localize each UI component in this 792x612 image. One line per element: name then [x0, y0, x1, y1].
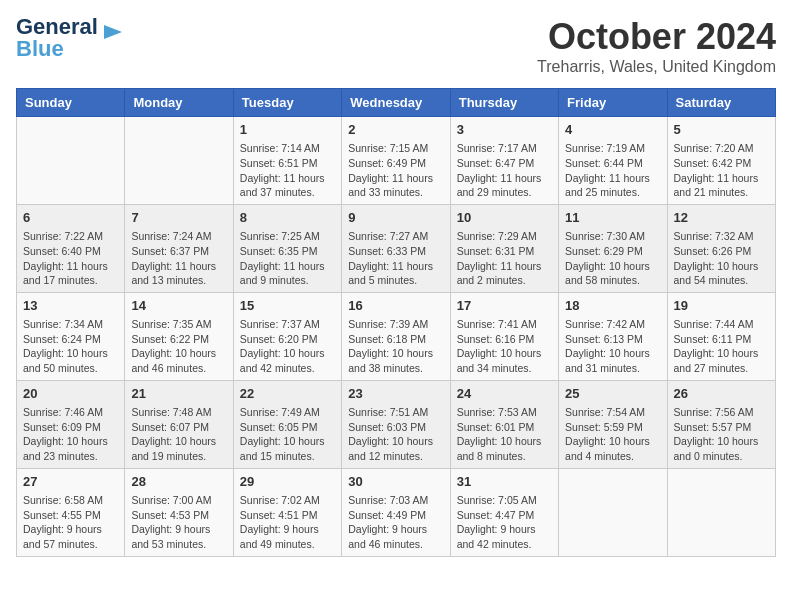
- day-number: 30: [348, 473, 443, 491]
- cell-content: Sunrise: 7:32 AM Sunset: 6:26 PM Dayligh…: [674, 229, 769, 288]
- cell-content: Sunrise: 7:02 AM Sunset: 4:51 PM Dayligh…: [240, 493, 335, 552]
- logo: GeneralBlue: [16, 16, 124, 60]
- logo-arrow-icon: [102, 21, 124, 43]
- calendar-cell: 27Sunrise: 6:58 AM Sunset: 4:55 PM Dayli…: [17, 468, 125, 556]
- cell-content: Sunrise: 7:49 AM Sunset: 6:05 PM Dayligh…: [240, 405, 335, 464]
- calendar-cell: 11Sunrise: 7:30 AM Sunset: 6:29 PM Dayli…: [559, 204, 667, 292]
- calendar-table: SundayMondayTuesdayWednesdayThursdayFrid…: [16, 88, 776, 557]
- calendar-cell: 23Sunrise: 7:51 AM Sunset: 6:03 PM Dayli…: [342, 380, 450, 468]
- day-number: 29: [240, 473, 335, 491]
- cell-content: Sunrise: 7:19 AM Sunset: 6:44 PM Dayligh…: [565, 141, 660, 200]
- cell-content: Sunrise: 7:48 AM Sunset: 6:07 PM Dayligh…: [131, 405, 226, 464]
- location: Treharris, Wales, United Kingdom: [537, 58, 776, 76]
- calendar-cell: 31Sunrise: 7:05 AM Sunset: 4:47 PM Dayli…: [450, 468, 558, 556]
- calendar-cell: 2Sunrise: 7:15 AM Sunset: 6:49 PM Daylig…: [342, 117, 450, 205]
- calendar-cell: 10Sunrise: 7:29 AM Sunset: 6:31 PM Dayli…: [450, 204, 558, 292]
- cell-content: Sunrise: 7:29 AM Sunset: 6:31 PM Dayligh…: [457, 229, 552, 288]
- calendar-cell: 4Sunrise: 7:19 AM Sunset: 6:44 PM Daylig…: [559, 117, 667, 205]
- cell-content: Sunrise: 7:56 AM Sunset: 5:57 PM Dayligh…: [674, 405, 769, 464]
- cell-content: Sunrise: 7:22 AM Sunset: 6:40 PM Dayligh…: [23, 229, 118, 288]
- calendar-week-row: 20Sunrise: 7:46 AM Sunset: 6:09 PM Dayli…: [17, 380, 776, 468]
- calendar-cell: [125, 117, 233, 205]
- cell-content: Sunrise: 7:20 AM Sunset: 6:42 PM Dayligh…: [674, 141, 769, 200]
- calendar-week-row: 6Sunrise: 7:22 AM Sunset: 6:40 PM Daylig…: [17, 204, 776, 292]
- cell-content: Sunrise: 7:27 AM Sunset: 6:33 PM Dayligh…: [348, 229, 443, 288]
- cell-content: Sunrise: 7:39 AM Sunset: 6:18 PM Dayligh…: [348, 317, 443, 376]
- day-number: 24: [457, 385, 552, 403]
- day-header-monday: Monday: [125, 89, 233, 117]
- calendar-cell: 26Sunrise: 7:56 AM Sunset: 5:57 PM Dayli…: [667, 380, 775, 468]
- calendar-cell: 30Sunrise: 7:03 AM Sunset: 4:49 PM Dayli…: [342, 468, 450, 556]
- day-number: 5: [674, 121, 769, 139]
- calendar-cell: 18Sunrise: 7:42 AM Sunset: 6:13 PM Dayli…: [559, 292, 667, 380]
- calendar-cell: 15Sunrise: 7:37 AM Sunset: 6:20 PM Dayli…: [233, 292, 341, 380]
- calendar-cell: [17, 117, 125, 205]
- day-header-saturday: Saturday: [667, 89, 775, 117]
- day-number: 18: [565, 297, 660, 315]
- calendar-cell: 22Sunrise: 7:49 AM Sunset: 6:05 PM Dayli…: [233, 380, 341, 468]
- day-number: 20: [23, 385, 118, 403]
- calendar-cell: 17Sunrise: 7:41 AM Sunset: 6:16 PM Dayli…: [450, 292, 558, 380]
- day-number: 19: [674, 297, 769, 315]
- cell-content: Sunrise: 7:05 AM Sunset: 4:47 PM Dayligh…: [457, 493, 552, 552]
- cell-content: Sunrise: 7:00 AM Sunset: 4:53 PM Dayligh…: [131, 493, 226, 552]
- day-number: 25: [565, 385, 660, 403]
- calendar-cell: 25Sunrise: 7:54 AM Sunset: 5:59 PM Dayli…: [559, 380, 667, 468]
- day-number: 31: [457, 473, 552, 491]
- cell-content: Sunrise: 7:25 AM Sunset: 6:35 PM Dayligh…: [240, 229, 335, 288]
- cell-content: Sunrise: 7:42 AM Sunset: 6:13 PM Dayligh…: [565, 317, 660, 376]
- day-header-sunday: Sunday: [17, 89, 125, 117]
- day-header-thursday: Thursday: [450, 89, 558, 117]
- calendar-week-row: 13Sunrise: 7:34 AM Sunset: 6:24 PM Dayli…: [17, 292, 776, 380]
- calendar-cell: 6Sunrise: 7:22 AM Sunset: 6:40 PM Daylig…: [17, 204, 125, 292]
- cell-content: Sunrise: 7:03 AM Sunset: 4:49 PM Dayligh…: [348, 493, 443, 552]
- day-number: 16: [348, 297, 443, 315]
- svg-marker-0: [104, 25, 122, 39]
- cell-content: Sunrise: 7:35 AM Sunset: 6:22 PM Dayligh…: [131, 317, 226, 376]
- day-number: 22: [240, 385, 335, 403]
- calendar-cell: 28Sunrise: 7:00 AM Sunset: 4:53 PM Dayli…: [125, 468, 233, 556]
- calendar-cell: 12Sunrise: 7:32 AM Sunset: 6:26 PM Dayli…: [667, 204, 775, 292]
- day-number: 13: [23, 297, 118, 315]
- day-header-friday: Friday: [559, 89, 667, 117]
- day-number: 6: [23, 209, 118, 227]
- day-number: 26: [674, 385, 769, 403]
- calendar-cell: 9Sunrise: 7:27 AM Sunset: 6:33 PM Daylig…: [342, 204, 450, 292]
- calendar-cell: 8Sunrise: 7:25 AM Sunset: 6:35 PM Daylig…: [233, 204, 341, 292]
- day-header-tuesday: Tuesday: [233, 89, 341, 117]
- calendar-week-row: 27Sunrise: 6:58 AM Sunset: 4:55 PM Dayli…: [17, 468, 776, 556]
- day-number: 28: [131, 473, 226, 491]
- calendar-cell: 19Sunrise: 7:44 AM Sunset: 6:11 PM Dayli…: [667, 292, 775, 380]
- cell-content: Sunrise: 7:53 AM Sunset: 6:01 PM Dayligh…: [457, 405, 552, 464]
- day-number: 2: [348, 121, 443, 139]
- calendar-cell: [667, 468, 775, 556]
- cell-content: Sunrise: 7:41 AM Sunset: 6:16 PM Dayligh…: [457, 317, 552, 376]
- day-number: 10: [457, 209, 552, 227]
- calendar-cell: 5Sunrise: 7:20 AM Sunset: 6:42 PM Daylig…: [667, 117, 775, 205]
- day-number: 15: [240, 297, 335, 315]
- cell-content: Sunrise: 7:37 AM Sunset: 6:20 PM Dayligh…: [240, 317, 335, 376]
- day-number: 14: [131, 297, 226, 315]
- day-number: 7: [131, 209, 226, 227]
- calendar-cell: [559, 468, 667, 556]
- calendar-cell: 29Sunrise: 7:02 AM Sunset: 4:51 PM Dayli…: [233, 468, 341, 556]
- cell-content: Sunrise: 7:15 AM Sunset: 6:49 PM Dayligh…: [348, 141, 443, 200]
- day-number: 4: [565, 121, 660, 139]
- calendar-cell: 7Sunrise: 7:24 AM Sunset: 6:37 PM Daylig…: [125, 204, 233, 292]
- cell-content: Sunrise: 7:46 AM Sunset: 6:09 PM Dayligh…: [23, 405, 118, 464]
- day-number: 23: [348, 385, 443, 403]
- day-number: 12: [674, 209, 769, 227]
- cell-content: Sunrise: 7:54 AM Sunset: 5:59 PM Dayligh…: [565, 405, 660, 464]
- day-number: 27: [23, 473, 118, 491]
- cell-content: Sunrise: 7:24 AM Sunset: 6:37 PM Dayligh…: [131, 229, 226, 288]
- calendar-header-row: SundayMondayTuesdayWednesdayThursdayFrid…: [17, 89, 776, 117]
- cell-content: Sunrise: 6:58 AM Sunset: 4:55 PM Dayligh…: [23, 493, 118, 552]
- logo-text: GeneralBlue: [16, 16, 98, 60]
- cell-content: Sunrise: 7:14 AM Sunset: 6:51 PM Dayligh…: [240, 141, 335, 200]
- calendar-week-row: 1Sunrise: 7:14 AM Sunset: 6:51 PM Daylig…: [17, 117, 776, 205]
- day-number: 17: [457, 297, 552, 315]
- calendar-cell: 14Sunrise: 7:35 AM Sunset: 6:22 PM Dayli…: [125, 292, 233, 380]
- day-number: 9: [348, 209, 443, 227]
- day-number: 11: [565, 209, 660, 227]
- calendar-cell: 20Sunrise: 7:46 AM Sunset: 6:09 PM Dayli…: [17, 380, 125, 468]
